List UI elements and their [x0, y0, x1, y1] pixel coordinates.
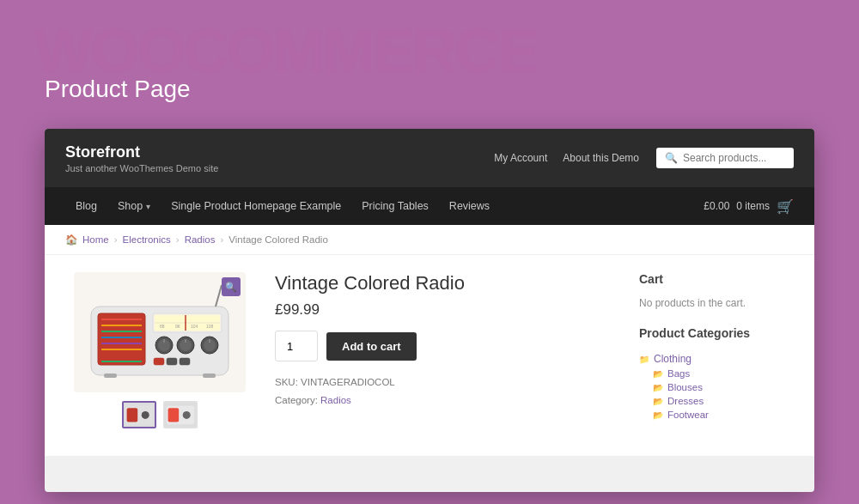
cart-icon: 🛒: [777, 198, 794, 215]
site-header: Storefront Just another WooThemes Demo s…: [45, 129, 814, 187]
cart-widget-title: Cart: [639, 272, 794, 290]
folder-icon: 📁: [639, 355, 649, 364]
main-nav: Blog Shop ▾ Single Product Homepage Exam…: [45, 187, 814, 225]
categories-widget-title: Product Categories: [639, 326, 794, 344]
subcategory-dresses-link[interactable]: Dresses: [667, 396, 704, 406]
cart-amount: £0.00: [704, 200, 729, 212]
svg-text:88: 88: [160, 324, 165, 329]
search-icon: 🔍: [665, 152, 678, 164]
my-account-link[interactable]: My Account: [494, 152, 547, 164]
breadcrumb-current: Vintage Colored Radio: [228, 234, 328, 245]
product-section: 🔍: [65, 272, 613, 439]
subcategory-bags: 📂 Bags: [653, 367, 794, 380]
nav-shop-label: Shop: [118, 200, 143, 212]
category-list: 📁 Clothing 📂 Bags 📂 Blouses: [639, 351, 794, 422]
svg-rect-30: [104, 373, 117, 378]
subcategory-footwear: 📂 Footwear: [653, 408, 794, 422]
svg-rect-31: [203, 373, 216, 378]
site-name: Storefront: [65, 143, 218, 161]
thumbnail-2[interactable]: [163, 401, 198, 428]
home-icon: 🏠: [65, 234, 77, 246]
svg-rect-37: [168, 408, 180, 422]
site-branding: Storefront Just another WooThemes Demo s…: [65, 143, 218, 173]
sidebar: Cart No products in the cart. Product Ca…: [639, 272, 794, 439]
breadcrumb-electronics[interactable]: Electronics: [123, 234, 171, 245]
category-label: Category:: [275, 395, 318, 405]
chevron-down-icon: ▾: [146, 202, 150, 211]
thumbnail-1[interactable]: [122, 401, 156, 428]
product-images: 🔍: [65, 272, 254, 428]
subcategory-blouses-link[interactable]: Blouses: [667, 382, 703, 392]
category-clothing-link[interactable]: Clothing: [654, 353, 691, 365]
header-nav-links: My Account About this Demo: [494, 152, 639, 164]
nav-links: Blog Shop ▾ Single Product Homepage Exam…: [65, 187, 500, 225]
about-demo-link[interactable]: About this Demo: [563, 152, 639, 164]
subfolder-icon-dresses: 📂: [653, 397, 663, 406]
content-area: 🏠 Home › Electronics › Radios › Vintage …: [45, 225, 814, 456]
cart-empty-message: No products in the cart.: [639, 297, 794, 309]
svg-rect-29: [180, 358, 190, 365]
add-to-cart-button[interactable]: Add to cart: [326, 332, 417, 361]
svg-text:104: 104: [191, 324, 198, 329]
nav-reviews[interactable]: Reviews: [439, 187, 500, 225]
quantity-input[interactable]: [275, 331, 318, 361]
breadcrumb: 🏠 Home › Electronics › Radios › Vintage …: [45, 225, 814, 255]
product-main-image: 🔍: [74, 272, 246, 392]
breadcrumb-radios[interactable]: Radios: [185, 234, 216, 245]
nav-pricing-tables[interactable]: Pricing Tables: [351, 187, 439, 225]
product-actions: Add to cart: [275, 331, 613, 361]
nav-single-product[interactable]: Single Product Homepage Example: [161, 187, 351, 225]
breadcrumb-sep-2: ›: [176, 234, 180, 245]
page-title: Product Page: [45, 76, 191, 103]
subcategory-bags-link[interactable]: Bags: [667, 368, 690, 379]
svg-rect-1: [98, 313, 145, 365]
categories-widget: Product Categories 📁 Clothing 📂 Bags: [639, 326, 794, 422]
sku-value: VINTAGERADIOCOL: [301, 377, 395, 387]
cart-widget: Cart No products in the cart.: [639, 272, 794, 309]
svg-line-32: [216, 285, 222, 307]
page-title-area: Product Page: [45, 76, 191, 103]
header-right: My Account About this Demo 🔍: [494, 148, 794, 168]
svg-rect-27: [154, 358, 164, 365]
svg-rect-34: [127, 408, 138, 422]
subcategory-footwear-link[interactable]: Footwear: [667, 410, 709, 420]
svg-point-35: [142, 411, 149, 419]
zoom-icon[interactable]: 🔍: [222, 277, 241, 296]
svg-text:108: 108: [206, 324, 214, 329]
subcategory-blouses: 📂 Blouses: [653, 380, 794, 394]
svg-rect-28: [167, 358, 177, 365]
svg-point-38: [183, 411, 191, 419]
nav-blog[interactable]: Blog: [65, 187, 107, 225]
radio-svg: 88 96 104 108: [82, 281, 237, 384]
subfolder-icon-blouses: 📂: [653, 383, 663, 392]
nav-shop[interactable]: Shop ▾: [107, 187, 161, 225]
subcategory-dresses: 📂 Dresses: [653, 394, 794, 408]
cart-items-count: 0 items: [736, 200, 770, 212]
svg-text:96: 96: [175, 324, 180, 329]
sku-label: SKU:: [275, 377, 298, 387]
product-thumbnails: [122, 401, 198, 428]
breadcrumb-home[interactable]: Home: [82, 234, 109, 245]
subcategory-list: 📂 Bags 📂 Blouses 📂 Dresses: [639, 367, 794, 422]
breadcrumb-sep-3: ›: [220, 234, 223, 245]
category-link[interactable]: Radios: [320, 395, 351, 405]
search-box[interactable]: 🔍: [656, 148, 794, 168]
main-content: 🔍: [45, 255, 814, 456]
browser-window: Storefront Just another WooThemes Demo s…: [45, 129, 814, 492]
cart-area[interactable]: £0.00 0 items 🛒: [704, 198, 794, 215]
breadcrumb-sep-1: ›: [114, 234, 118, 245]
category-item-clothing: 📁 Clothing: [639, 351, 794, 367]
subfolder-icon-bags: 📂: [653, 369, 663, 379]
subfolder-icon-footwear: 📂: [653, 410, 663, 420]
site-tagline: Just another WooThemes Demo site: [65, 163, 218, 173]
search-input[interactable]: [683, 152, 785, 164]
